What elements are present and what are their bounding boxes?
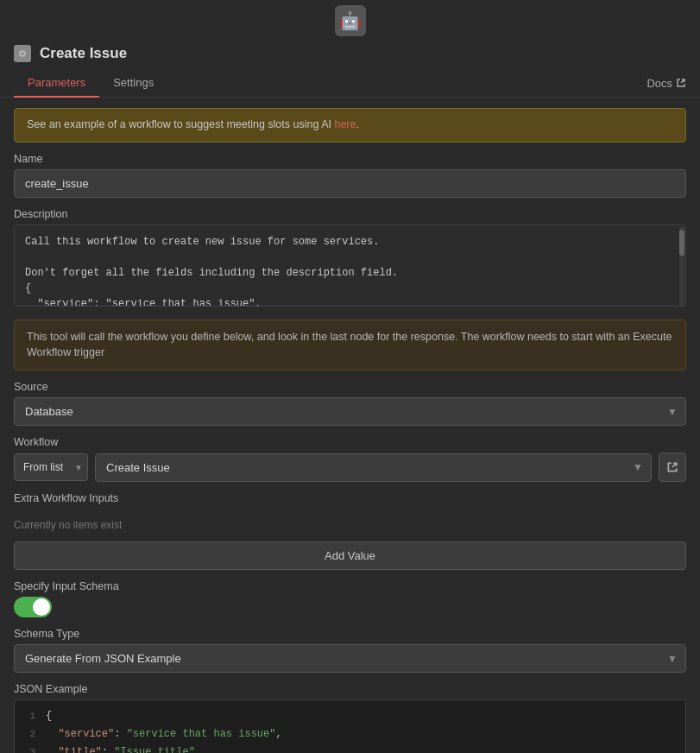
from-list-wrapper: From list By ID By URL ▼	[14, 453, 88, 481]
workflow-label: Workflow	[14, 436, 686, 448]
json-editor[interactable]: 1 { 2 "service": "service that has issue…	[14, 699, 686, 753]
workflow-row: From list By ID By URL ▼ Create Issue ▼	[14, 452, 686, 482]
schema-type-field-group: Schema Type Generate From JSON Example M…	[14, 628, 686, 673]
tabs-left: Parameters Settings	[14, 69, 167, 97]
json-example-label: JSON Example	[14, 683, 686, 695]
here-link[interactable]: here	[334, 118, 356, 130]
specify-input-schema-group: Specify Input Schema	[14, 580, 686, 617]
specify-input-schema-label: Specify Input Schema	[14, 580, 686, 592]
extra-inputs-label: Extra Workflow Inputs	[14, 492, 686, 504]
workflow-field-group: Workflow From list By ID By URL ▼ Create…	[14, 436, 686, 482]
schema-type-select-wrapper: Generate From JSON Example Manual ▼	[14, 644, 686, 673]
tab-parameters[interactable]: Parameters	[14, 69, 99, 98]
tab-settings[interactable]: Settings	[99, 69, 167, 98]
json-line-3: 3 "title": "Issue title",	[15, 744, 685, 753]
from-list-select[interactable]: From list By ID By URL	[14, 453, 88, 481]
name-label: Name	[14, 153, 686, 165]
schema-type-label: Schema Type	[14, 628, 686, 640]
textarea-wrapper: Call this workflow to create new issue f…	[14, 225, 686, 309]
description-scrollbar-thumb	[679, 230, 684, 256]
description-textarea[interactable]: Call this workflow to create new issue f…	[14, 225, 686, 307]
name-field-group: Name	[14, 153, 686, 198]
description-label: Description	[14, 208, 686, 220]
name-input[interactable]	[14, 169, 686, 198]
source-label: Source	[14, 381, 686, 393]
json-line-2: 2 "service": "service that has issue",	[15, 725, 685, 744]
workflow-external-link-button[interactable]	[659, 452, 686, 482]
warning-banner: This tool will call the workflow you def…	[14, 320, 686, 371]
source-select[interactable]: Database Parameter	[14, 397, 686, 426]
workflow-select[interactable]: Create Issue	[95, 453, 652, 482]
header-icon: ⚙	[14, 45, 31, 62]
description-field-group: Description Call this workflow to create…	[14, 208, 686, 309]
page-title: Create Issue	[40, 45, 127, 62]
specify-input-schema-toggle[interactable]	[14, 597, 52, 617]
extra-inputs-empty: Currently no items exist	[14, 516, 686, 535]
add-value-button[interactable]: Add Value	[14, 541, 686, 570]
schema-type-select[interactable]: Generate From JSON Example Manual	[14, 644, 686, 673]
tabs-bar: Parameters Settings Docs	[0, 69, 700, 98]
docs-link[interactable]: Docs	[646, 77, 686, 90]
extra-workflow-inputs-section: Extra Workflow Inputs Currently no items…	[14, 492, 686, 570]
description-scrollbar	[679, 226, 684, 307]
robot-icon: 🤖	[335, 5, 366, 36]
toggle-row	[14, 597, 686, 617]
source-select-wrapper: Database Parameter ▼	[14, 397, 686, 426]
external-link-icon	[676, 78, 686, 88]
source-field-group: Source Database Parameter ▼	[14, 381, 686, 426]
json-line-1: 1 {	[15, 707, 685, 725]
main-content: See an example of a workflow to suggest …	[0, 98, 700, 753]
top-bar: 🤖	[0, 0, 700, 36]
workflow-select-wrapper: Create Issue ▼	[95, 453, 652, 482]
info-banner: See an example of a workflow to suggest …	[14, 108, 686, 142]
header: ⚙ Create Issue	[0, 36, 700, 66]
external-link-icon	[666, 461, 678, 473]
toggle-knob	[33, 598, 50, 616]
json-example-group: JSON Example 1 { 2 "service": "service t…	[14, 683, 686, 753]
